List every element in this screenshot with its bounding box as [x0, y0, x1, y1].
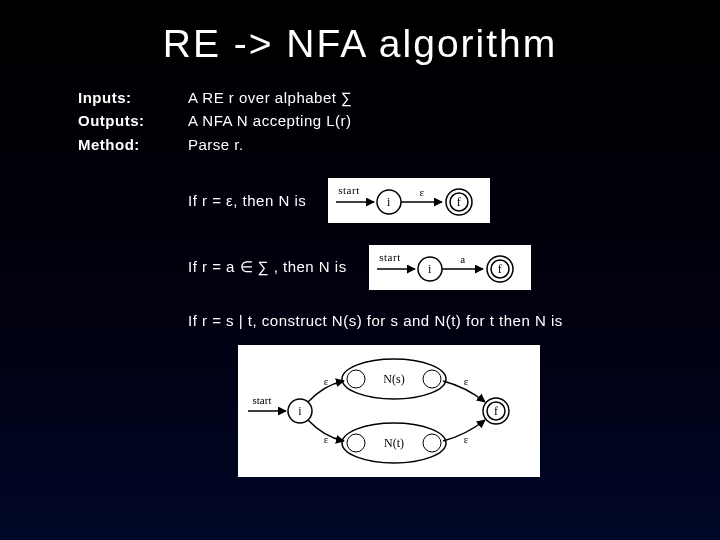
- case-union: If r = s | t, construct N(s) for s and N…: [188, 312, 700, 329]
- case-epsilon: If r = ε, then N is start i ε f: [188, 178, 700, 223]
- d2-i-label: i: [428, 262, 432, 276]
- d1-f-label: f: [457, 195, 462, 209]
- d1-start-label: start: [339, 184, 360, 196]
- content-area: Inputs: A RE r over alphabet ∑ Outputs: …: [0, 86, 720, 477]
- d2-start-label: start: [379, 251, 400, 263]
- outputs-value: A NFA N accepting L(r): [188, 109, 700, 132]
- case-symbol: If r = a ∈ ∑ , then N is start i a f: [188, 245, 700, 290]
- diagram-union: start i N(s) N(t) f: [238, 345, 540, 477]
- d2-a-label: a: [460, 253, 465, 265]
- svg-point-13: [347, 370, 365, 388]
- d3-eps-bl: ε: [324, 433, 329, 445]
- d3-start-label: start: [253, 394, 272, 406]
- method-label: Method:: [78, 133, 188, 156]
- case-epsilon-text: If r = ε, then N is: [188, 192, 306, 209]
- inputs-label: Inputs:: [78, 86, 188, 109]
- d3-i-label: i: [298, 404, 302, 418]
- diagram-union-wrap: start i N(s) N(t) f: [78, 345, 700, 477]
- method-value: Parse r.: [188, 133, 700, 156]
- d3-nt-label: N(t): [384, 436, 404, 450]
- svg-point-14: [423, 370, 441, 388]
- d1-i-label: i: [387, 195, 391, 209]
- case-union-text: If r = s | t, construct N(s) for s and N…: [188, 312, 563, 329]
- d1-eps-label: ε: [420, 186, 425, 198]
- svg-point-17: [423, 434, 441, 452]
- d2-f-label: f: [497, 262, 502, 276]
- d3-f-label: f: [494, 404, 498, 418]
- d3-eps-tr: ε: [464, 375, 469, 387]
- d3-ns-label: N(s): [383, 372, 404, 386]
- case-symbol-text: If r = a ∈ ∑ , then N is: [188, 258, 347, 276]
- svg-point-16: [347, 434, 365, 452]
- d3-eps-br: ε: [464, 433, 469, 445]
- method-row: Method: Parse r.: [78, 133, 700, 156]
- page-title: RE -> NFA algorithm: [0, 0, 720, 86]
- inputs-value: A RE r over alphabet ∑: [188, 86, 700, 109]
- outputs-row: Outputs: A NFA N accepting L(r): [78, 109, 700, 132]
- diagram-symbol: start i a f: [369, 245, 531, 290]
- d3-eps-tl: ε: [324, 375, 329, 387]
- inputs-row: Inputs: A RE r over alphabet ∑: [78, 86, 700, 109]
- diagram-epsilon: start i ε f: [328, 178, 490, 223]
- outputs-label: Outputs:: [78, 109, 188, 132]
